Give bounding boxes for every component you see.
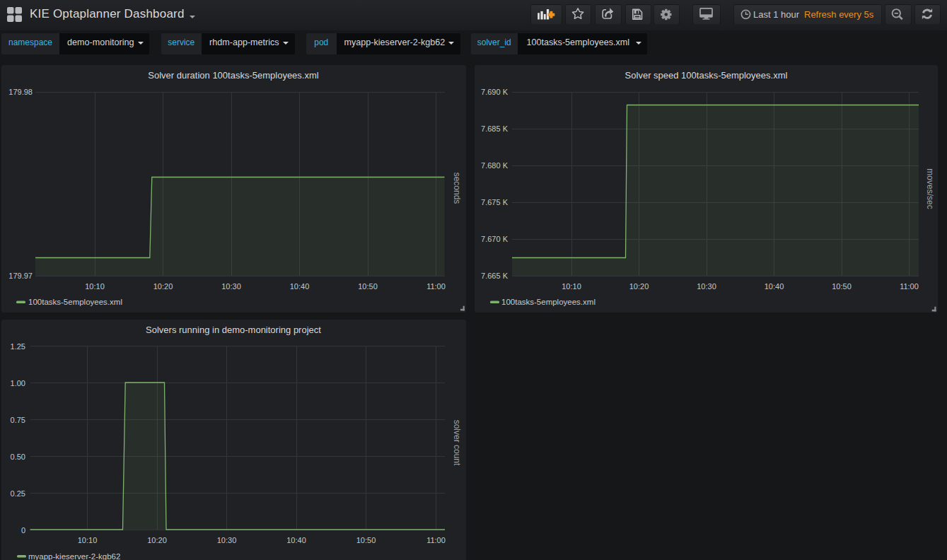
svg-text:solver count: solver count [452,420,462,466]
svg-text:10:40: 10:40 [290,282,310,291]
svg-text:10:50: 10:50 [358,282,378,291]
svg-text:11:00: 11:00 [426,282,446,291]
svg-text:10:10: 10:10 [85,282,105,291]
svg-text:0.25: 0.25 [11,489,25,498]
svg-text:10:40: 10:40 [286,536,306,544]
svg-text:7.680 K: 7.680 K [481,161,509,170]
svg-text:10:10: 10:10 [562,282,581,291]
svg-text:179.98: 179.98 [8,88,33,96]
svg-text:100tasks-5employees.xml: 100tasks-5employees.xml [501,298,595,306]
svg-text:7.685 K: 7.685 K [481,124,509,133]
svg-text:7.675 K: 7.675 K [481,198,509,206]
svg-text:0.50: 0.50 [11,453,25,461]
svg-text:Solver speed 100tasks-5employe: Solver speed 100tasks-5employees.xml [625,70,788,81]
svg-text:7.665 K: 7.665 K [481,272,509,280]
svg-text:seconds: seconds [452,173,462,204]
svg-text:0: 0 [21,526,25,535]
svg-text:myapp-kieserver-2-kgb62: myapp-kieserver-2-kgb62 [28,552,120,560]
svg-text:10:20: 10:20 [147,536,167,544]
svg-text:11:00: 11:00 [900,282,919,291]
svg-text:10:20: 10:20 [629,282,649,291]
svg-text:10:30: 10:30 [221,282,241,291]
svg-text:1.00: 1.00 [11,379,25,387]
svg-text:0.75: 0.75 [11,416,25,424]
svg-text:Solver duration 100tasks-5empl: Solver duration 100tasks-5employees.xml [148,70,318,81]
svg-text:7.690 K: 7.690 K [481,88,509,96]
svg-text:10:20: 10:20 [153,282,173,291]
svg-text:Solvers running in demo-monito: Solvers running in demo-monitoring proje… [146,325,321,335]
svg-text:10:30: 10:30 [217,536,237,544]
svg-text:10:40: 10:40 [765,282,784,291]
svg-text:7.670 K: 7.670 K [481,235,509,243]
svg-text:10:30: 10:30 [697,282,716,291]
svg-text:100tasks-5employees.xml: 100tasks-5employees.xml [28,298,122,306]
svg-text:179.97: 179.97 [8,272,33,280]
svg-text:11:00: 11:00 [426,536,446,544]
svg-text:10:10: 10:10 [78,536,98,544]
svg-text:moves/sec: moves/sec [925,168,935,209]
svg-text:10:50: 10:50 [356,536,376,544]
svg-text:1.25: 1.25 [11,342,25,351]
svg-text:10:50: 10:50 [832,282,852,291]
